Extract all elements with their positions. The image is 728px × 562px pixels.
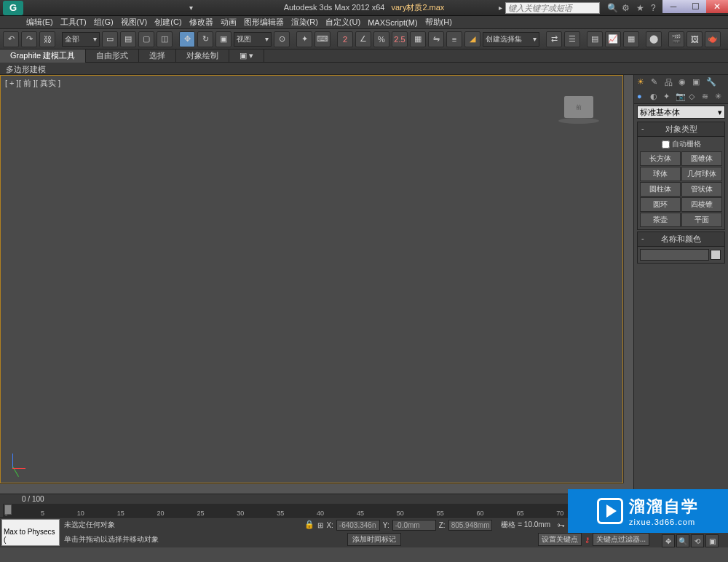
- render-button[interactable]: 🫖: [705, 31, 721, 47]
- ribbon-collapse-icon[interactable]: ▣ ▾: [229, 50, 264, 63]
- rotate-button[interactable]: ↻: [197, 31, 213, 47]
- plane-button[interactable]: 平面: [681, 213, 722, 227]
- timetag-button[interactable]: 添加时间标记: [347, 533, 401, 546]
- render-setup-button[interactable]: 🎬: [668, 31, 684, 47]
- named-selection-dropdown[interactable]: 创建选择集▾: [483, 32, 539, 47]
- display-tab-icon[interactable]: ▣: [692, 77, 703, 87]
- tab-select[interactable]: 选择: [139, 50, 176, 63]
- render-frame-button[interactable]: 🖼: [687, 31, 703, 47]
- viewport-scrollbar-horizontal[interactable]: [0, 483, 623, 494]
- cameras-icon[interactable]: 📷: [676, 92, 686, 102]
- menu-graph[interactable]: 图形编辑器: [244, 17, 284, 28]
- spinner-snap-button[interactable]: 2.5: [392, 31, 408, 47]
- nav-pan-button[interactable]: ✥: [662, 534, 675, 547]
- modify-tab-icon[interactable]: ✎: [651, 77, 661, 87]
- window-crossing-button[interactable]: ◫: [157, 31, 173, 47]
- snap-2d-button[interactable]: 2: [337, 31, 353, 47]
- category-dropdown[interactable]: 标准基本体▾: [637, 106, 725, 119]
- selection-filter-dropdown[interactable]: 全部▾: [62, 32, 100, 47]
- viewport-label[interactable]: [ + ][ 前 ][ 真实 ]: [5, 78, 60, 89]
- cone-button[interactable]: 圆锥体: [681, 151, 722, 166]
- key-icon[interactable]: 🗝: [558, 521, 565, 529]
- layers-button[interactable]: ▤: [587, 31, 603, 47]
- search-icon[interactable]: 🔍: [607, 3, 617, 13]
- manip-button[interactable]: ✦: [296, 31, 312, 47]
- coord-mode-icon[interactable]: ⊞: [317, 521, 323, 529]
- menu-group[interactable]: 组(G): [94, 17, 114, 28]
- pyramid-button[interactable]: 四棱锥: [681, 197, 722, 212]
- info-caret-icon[interactable]: ▸: [499, 4, 502, 12]
- viewcube[interactable]: 前: [564, 96, 593, 118]
- ribbon-panel-label[interactable]: 多边形建模: [0, 63, 728, 75]
- menu-rendering[interactable]: 渲染(R): [291, 17, 318, 28]
- link-button[interactable]: ⛓: [39, 31, 55, 47]
- menu-modifiers[interactable]: 修改器: [189, 17, 213, 28]
- geosphere-button[interactable]: 几何球体: [681, 167, 722, 181]
- material-editor-button[interactable]: ⬤: [646, 31, 662, 47]
- align2-button[interactable]: ☰: [564, 31, 580, 47]
- tube-button[interactable]: 管状体: [681, 182, 722, 197]
- helpers-icon[interactable]: ◇: [689, 92, 699, 102]
- z-coord-input[interactable]: 805.948mm: [448, 520, 493, 531]
- ref-coord-dropdown[interactable]: 视图▾: [234, 32, 272, 47]
- object-name-input[interactable]: [640, 249, 709, 261]
- box-button[interactable]: 长方体: [640, 151, 681, 166]
- motion-tab-icon[interactable]: ◉: [678, 77, 689, 87]
- setkey-icon[interactable]: ⚷: [585, 536, 590, 544]
- rollout-name-color[interactable]: 名称和颜色: [637, 231, 725, 247]
- schematic-button[interactable]: ▦: [410, 31, 426, 47]
- keymode-button[interactable]: ⌨: [314, 31, 331, 47]
- utilities-tab-icon[interactable]: 🔧: [706, 77, 716, 87]
- geometry-icon[interactable]: ●: [637, 92, 647, 102]
- help-icon[interactable]: ?: [651, 3, 661, 13]
- app-icon[interactable]: G: [3, 1, 23, 15]
- viewport-scrollbar-vertical[interactable]: [623, 75, 633, 483]
- menu-help[interactable]: 帮助(H): [425, 17, 452, 28]
- nav-orbit-button[interactable]: ⟲: [691, 534, 704, 547]
- sphere-button[interactable]: 球体: [640, 167, 681, 181]
- minimize-button[interactable]: ─: [662, 0, 684, 13]
- menu-maxscript[interactable]: MAXScript(M): [368, 18, 417, 27]
- x-coord-input[interactable]: -6403.346n: [336, 520, 380, 531]
- menu-customize[interactable]: 自定义(U): [325, 17, 360, 28]
- lights-icon[interactable]: ✦: [663, 92, 673, 102]
- keyfilter-button[interactable]: 关键点过滤器...: [593, 533, 649, 546]
- object-color-swatch[interactable]: [711, 250, 721, 260]
- redo-button[interactable]: ↷: [21, 31, 37, 47]
- setkey-button[interactable]: 设置关键点: [538, 533, 582, 546]
- time-slider-thumb[interactable]: [4, 504, 12, 515]
- rollout-object-type[interactable]: 对象类型: [637, 122, 725, 137]
- snap-angle-button[interactable]: ∠: [355, 31, 371, 47]
- pivot-button[interactable]: ⊙: [274, 31, 290, 47]
- maximize-button[interactable]: ☐: [684, 0, 706, 13]
- curve-editor-button[interactable]: 📈: [605, 31, 621, 47]
- mirror-button[interactable]: ⇋: [428, 31, 444, 47]
- nav-zoom-button[interactable]: 🔍: [676, 534, 689, 547]
- shapes-icon[interactable]: ◐: [650, 92, 660, 102]
- align-button[interactable]: ≡: [446, 31, 462, 47]
- scale-button[interactable]: ▣: [215, 31, 232, 47]
- menu-edit[interactable]: 编辑(E): [26, 17, 53, 28]
- schematic-view-button[interactable]: ▦: [623, 31, 639, 47]
- help-search-input[interactable]: [505, 2, 600, 14]
- menu-create[interactable]: 创建(C): [154, 17, 181, 28]
- mirror2-button[interactable]: ⇄: [546, 31, 562, 47]
- torus-button[interactable]: 圆环: [640, 197, 681, 212]
- tab-freeform[interactable]: 自由形式: [86, 50, 139, 63]
- select-name-button[interactable]: ▤: [120, 31, 136, 47]
- y-coord-input[interactable]: -0.0mm: [392, 520, 436, 531]
- layer-button[interactable]: ◢: [464, 31, 480, 47]
- menu-animation[interactable]: 动画: [221, 17, 237, 28]
- undo-button[interactable]: ↶: [3, 31, 19, 47]
- cylinder-button[interactable]: 圆柱体: [640, 182, 681, 197]
- create-tab-icon[interactable]: ☀: [637, 77, 647, 87]
- nav-maximize-button[interactable]: ▣: [705, 534, 719, 547]
- systems-icon[interactable]: ✳: [715, 92, 725, 102]
- spacewarps-icon[interactable]: ≋: [702, 92, 712, 102]
- menu-tools[interactable]: 工具(T): [60, 17, 87, 28]
- lock-icon[interactable]: 🔒: [304, 520, 314, 530]
- move-button[interactable]: ✥: [179, 31, 195, 47]
- viewport[interactable]: [ + ][ 前 ][ 真实 ] 前: [0, 75, 623, 483]
- hierarchy-tab-icon[interactable]: 品: [665, 77, 675, 87]
- tab-graphite[interactable]: Graphite 建模工具: [0, 50, 86, 63]
